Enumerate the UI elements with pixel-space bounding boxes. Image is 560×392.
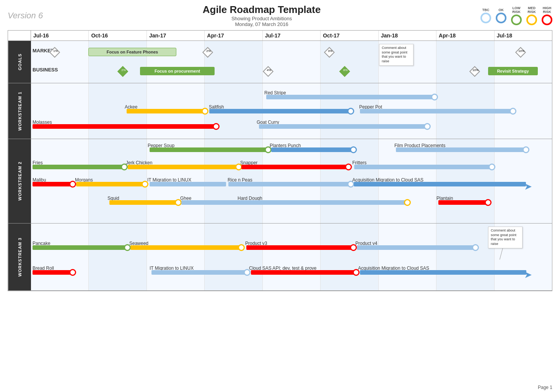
malibu-bar[interactable] <box>33 182 73 186</box>
legend-med-circle <box>526 15 537 25</box>
plantain-bar[interactable] <box>438 200 488 205</box>
legend-high-circle <box>542 15 552 25</box>
ws3-bg <box>31 224 552 290</box>
it-migration-ws3-bar[interactable] <box>151 270 247 275</box>
ackee-end <box>202 108 208 115</box>
goat-curry-end <box>424 123 431 130</box>
goals-content: MARKET 1% Focus on Feature Phones 2% 3% <box>31 41 552 83</box>
planters-punch-bar[interactable] <box>271 147 353 152</box>
seaweed-bar[interactable] <box>130 245 241 250</box>
snapper-end <box>345 164 352 170</box>
col-apr17: Apr-17 <box>205 31 262 40</box>
timeline-header-spacer <box>8 31 31 40</box>
fritters-end <box>488 164 495 170</box>
header: Version 6 Agile Roadmap Template Showing… <box>4 4 556 27</box>
version-label: Version 6 <box>8 11 43 21</box>
ws2-section: WORKSTREAM 2 Pepper Soup <box>8 139 552 224</box>
ws3-content: Comment about some great point that you … <box>31 224 552 290</box>
legend-high: HIGHRISK <box>542 6 552 25</box>
product-v4-bar[interactable] <box>357 245 475 250</box>
legend-high-label: HIGHRISK <box>543 6 552 14</box>
morgans-bar[interactable] <box>76 182 145 186</box>
fries-bar[interactable] <box>33 165 124 169</box>
film-product-bar[interactable] <box>396 147 526 152</box>
legend: TBC OK LOWRISK MEDRISK HIGHRISK <box>480 6 552 25</box>
col-oct16: Oct-16 <box>89 31 147 40</box>
saltfish-bar[interactable] <box>209 109 351 113</box>
col-jul18: Jul-18 <box>495 31 552 40</box>
pepper-soup-bar[interactable] <box>150 147 268 152</box>
molasses-end <box>213 123 220 130</box>
hard-dough-end <box>404 199 411 206</box>
legend-med-label: MEDRISK <box>527 6 536 14</box>
legend-tbc: TBC <box>480 8 491 23</box>
molasses-bar[interactable] <box>33 124 216 129</box>
ackee-bar[interactable] <box>127 109 205 113</box>
ws1-label: WORKSTREAM 1 <box>8 83 31 139</box>
ws3-label: WORKSTREAM 3 <box>8 224 31 290</box>
product-v4-end <box>472 244 479 251</box>
col-jul17: Jul-17 <box>263 31 321 40</box>
red-stripe-end <box>431 94 438 100</box>
col-jan18: Jan-18 <box>379 31 436 40</box>
arrow-ws3: ➤ <box>524 270 531 280</box>
goals-bg <box>31 41 552 83</box>
date-label: Monday, 07 March 2016 <box>203 21 321 27</box>
ws3-section: WORKSTREAM 3 Comment about some great po… <box>8 224 552 291</box>
comment-box-ws3: Comment about some great point that you … <box>488 227 523 248</box>
legend-tbc-circle <box>480 13 491 23</box>
acq-migration-ws2-bar[interactable] <box>354 182 526 186</box>
legend-tbc-label: TBC <box>482 8 490 12</box>
pancake-bar[interactable] <box>33 245 127 250</box>
legend-med: MEDRISK <box>526 6 537 25</box>
ws2-label: WORKSTREAM 2 <box>8 139 31 223</box>
col-jan17: Jan-17 <box>147 31 205 40</box>
col-oct17: Oct-17 <box>321 31 378 40</box>
goals-label: GOALS <box>8 41 31 83</box>
timeline-cols: Jul-16 Oct-16 Jan-17 Apr-17 Jul-17 Oct-1… <box>31 31 552 40</box>
subtitle: Showing Product Ambitions <box>203 16 321 21</box>
cloud-sas-bar[interactable] <box>251 270 356 275</box>
saltfish-end <box>347 108 354 115</box>
timeline-header: Jul-16 Oct-16 Jan-17 Apr-17 Jul-17 Oct-1… <box>8 31 552 41</box>
comment-box-market: Comment about some great point that you … <box>379 44 413 66</box>
plantain-end <box>485 199 492 206</box>
goals-section: GOALS MARKET <box>8 41 552 83</box>
bread-roll-end <box>69 269 76 276</box>
legend-low: LOWRISK <box>511 6 522 25</box>
col-jul16: Jul-16 <box>31 31 89 40</box>
pepper-pot-end <box>510 108 516 115</box>
timeline-container: Jul-16 Oct-16 Jan-17 Apr-17 Jul-17 Oct-1… <box>8 30 552 291</box>
planters-punch-end <box>350 146 357 153</box>
legend-low-label: LOWRISK <box>512 6 521 14</box>
seaweed-end <box>238 244 245 251</box>
red-stripe-bar[interactable] <box>266 95 435 99</box>
squid-bar[interactable] <box>109 200 178 205</box>
focus-feature-phones-bar[interactable]: Focus on Feature Phones <box>88 48 176 56</box>
bread-roll-bar[interactable] <box>33 270 73 275</box>
jerk-chicken-bar[interactable] <box>128 165 239 169</box>
hard-dough-bar[interactable] <box>239 200 407 205</box>
focus-procurement-bar[interactable]: Focus on procurement <box>140 67 215 75</box>
ws2-content: Pepper Soup Planters Punch Film Product … <box>31 139 552 223</box>
page-number: Page 1 <box>538 385 552 390</box>
main-title: Agile Roadmap Template <box>203 4 321 16</box>
ws1-section: WORKSTREAM 1 Red Stripe <box>8 83 552 139</box>
arrow-ws2: ➤ <box>524 182 531 192</box>
it-migration-ws2-bar[interactable] <box>150 182 226 186</box>
page: Version 6 Agile Roadmap Template Showing… <box>0 0 560 392</box>
goat-curry-bar[interactable] <box>259 124 427 129</box>
film-product-end <box>523 146 529 153</box>
title-block: Agile Roadmap Template Showing Product A… <box>203 4 321 27</box>
col-apr18: Apr-18 <box>436 31 494 40</box>
legend-ok-label: OK <box>498 8 504 12</box>
acq-migration-ws3-bar[interactable] <box>360 270 526 275</box>
fritters-bar[interactable] <box>354 165 492 169</box>
rice-peas-bar[interactable] <box>228 182 351 186</box>
snapper-bar[interactable] <box>241 165 348 169</box>
legend-low-circle <box>511 15 522 25</box>
revisit-strategy-bar[interactable]: Revisit Strategy <box>488 67 538 75</box>
legend-ok: OK <box>496 8 506 23</box>
product-v3-bar[interactable] <box>246 245 353 250</box>
pepper-pot-bar[interactable] <box>360 109 513 113</box>
